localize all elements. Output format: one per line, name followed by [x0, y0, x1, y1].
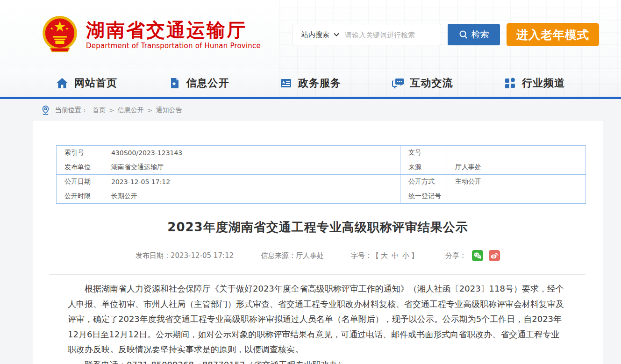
font-size-small-button[interactable]: 小 [402, 251, 409, 260]
article-paragraph: 联系电话：0731-85099268、88770152（省交通工程专业职改办） [68, 357, 568, 364]
info-source-value: 厅人事处 [296, 251, 324, 260]
gov-service-icon [280, 77, 292, 89]
share-label: 分享： [445, 251, 466, 260]
breadcrumb: 当前位置： 首页 > 信息公开 > 通知公告 [0, 99, 621, 121]
info-value: 2023-12-05 17:12 [103, 175, 400, 189]
article-body: 根据湖南省人力资源和社会保障厅《关于做好2023年度全省高级职称评审工作的通知》… [33, 275, 603, 364]
breadcrumb-item-info[interactable]: 信息公开 [118, 106, 144, 114]
info-value: 长期公开 [103, 189, 400, 204]
site-subtitle: Department of Transportation of Hunan Pr… [86, 42, 261, 50]
breadcrumb-label: 当前位置： [55, 106, 88, 114]
weibo-icon[interactable] [489, 250, 500, 261]
site-title: 湖南省交通运输厅 [86, 19, 261, 41]
header-search-group: 站内搜索 检索 进入老年模式 [293, 23, 599, 46]
info-source-label: 信息来源： [261, 251, 296, 260]
info-value: 主动公开 [447, 175, 586, 189]
nav-item-label: 网站首页 [74, 76, 117, 90]
national-emblem-logo [41, 15, 79, 54]
main-navigation: 网站首页 信息公开 政务服务 互动交流 [0, 69, 621, 99]
grid-icon [504, 77, 516, 89]
info-value: 厅人事处 [447, 160, 586, 175]
share-control: 分享： [445, 250, 500, 261]
table-row: 发布单位 湖南省交通运输厅 来源 厅人事处 [57, 160, 586, 175]
nav-item-label: 互动交流 [410, 76, 453, 90]
article-meta-row: 发布日期： 2023-12-05 17:12 信息来源： 厅人事处 字号： 【 … [33, 250, 603, 261]
table-row: 索引号 430S00/2023-123143 文号 [57, 146, 586, 160]
font-size-control: 字号： 【 大 中 小 】 [351, 251, 418, 260]
nav-item-label: 信息公开 [186, 76, 229, 90]
search-scope-label: 站内搜索 [301, 30, 329, 39]
publish-date-label: 发布日期： [136, 251, 171, 260]
info-label: 公开日期 [57, 175, 103, 189]
search-input[interactable] [345, 31, 436, 39]
info-label: 索引号 [57, 146, 103, 160]
breadcrumb-item-notices[interactable]: 通知公告 [156, 106, 182, 114]
nav-item-industry-channel[interactable]: 行业频道 [504, 76, 565, 90]
publish-date: 发布日期： 2023-12-05 17:12 [136, 251, 234, 260]
site-title-block: 湖南省交通运输厅 Department of Transportation of… [86, 19, 261, 50]
info-label: 文号 [400, 146, 447, 160]
info-label: 来源 [400, 160, 447, 175]
page-title: 2023年度湖南省交通工程专业高级职称评审结果公示 [33, 219, 603, 236]
chat-icon [392, 77, 404, 89]
site-header: 湖南省交通运输厅 Department of Transportation of… [0, 0, 621, 69]
document-info-table: 索引号 430S00/2023-123143 文号 发布单位 湖南省交通运输厅 … [56, 145, 586, 204]
info-label: 公开方式 [400, 175, 447, 189]
chevron-down-icon [334, 33, 339, 36]
font-size-large-button[interactable]: 大 [381, 251, 388, 260]
breadcrumb-separator: > [147, 107, 153, 114]
font-size-bracket: 【 [372, 251, 379, 260]
nav-item-label: 行业频道 [522, 76, 565, 90]
table-row: 公开日期 2023-12-05 17:12 公开方式 主动公开 [57, 175, 586, 189]
info-source: 信息来源： 厅人事处 [261, 251, 324, 260]
search-box: 站内搜索 [293, 24, 441, 45]
nav-item-label: 政务服务 [298, 76, 341, 90]
info-value: 湖南省交通运输厅 [103, 160, 400, 175]
nav-item-home[interactable]: 网站首页 [56, 76, 117, 90]
location-pin-icon [41, 105, 50, 115]
nav-item-interaction[interactable]: 互动交流 [392, 76, 453, 90]
breadcrumb-separator: > [109, 107, 114, 114]
info-label: 统一登记号 [400, 189, 447, 204]
search-button-label: 检索 [471, 29, 489, 41]
nav-item-gov-services[interactable]: 政务服务 [280, 76, 341, 90]
info-label: 公开时限 [57, 189, 103, 204]
search-button[interactable]: 检索 [448, 24, 500, 45]
article-paragraph: 根据湖南省人力资源和社会保障厅《关于做好2023年度全省高级职称评审工作的通知》… [68, 281, 568, 357]
wechat-icon[interactable] [472, 250, 483, 261]
info-value [447, 189, 586, 204]
info-value: 430S00/2023-123143 [103, 146, 400, 160]
content-card: 索引号 430S00/2023-123143 文号 发布单位 湖南省交通运输厅 … [33, 121, 603, 364]
font-size-label: 字号： [351, 251, 372, 260]
home-icon [56, 77, 68, 89]
site-logo-group[interactable]: 湖南省交通运输厅 Department of Transportation of… [41, 15, 261, 54]
publish-date-value: 2023-12-05 17:12 [171, 251, 234, 260]
search-icon [459, 30, 468, 39]
table-row: 公开时限 长期公开 统一登记号 [57, 189, 586, 204]
info-value [447, 146, 586, 160]
search-scope-dropdown[interactable]: 站内搜索 [301, 30, 339, 39]
font-size-bracket: 】 [411, 251, 418, 260]
font-size-medium-button[interactable]: 中 [392, 251, 399, 260]
share-icons [472, 250, 500, 261]
elder-mode-button[interactable]: 进入老年模式 [507, 23, 599, 46]
info-document-icon [168, 77, 180, 89]
breadcrumb-item-home[interactable]: 首页 [93, 106, 106, 114]
nav-item-info-disclosure[interactable]: 信息公开 [168, 76, 229, 90]
info-label: 发布单位 [57, 160, 103, 175]
